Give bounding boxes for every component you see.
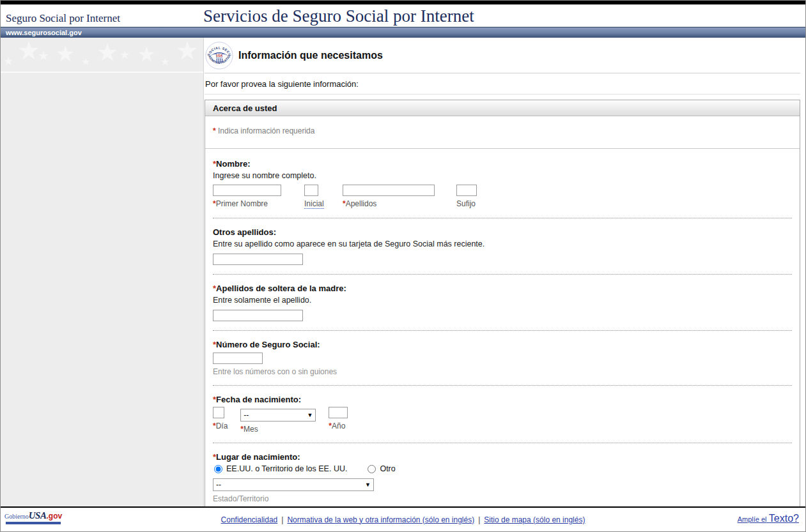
month-selected-value: -- bbox=[244, 411, 249, 420]
enlarge-text-suffix: Texto? bbox=[769, 513, 799, 524]
mother-maiden-help: Entre solamente el apellido. bbox=[213, 296, 792, 305]
birthplace-us-radio[interactable] bbox=[214, 465, 222, 473]
state-caption: Estado/Territorio bbox=[213, 494, 792, 503]
gov-logo-tagline bbox=[6, 522, 61, 524]
year-caption: *Año bbox=[329, 422, 348, 430]
fields-container: *Nombre: Ingrese su nombre completo. *Pr… bbox=[205, 149, 800, 513]
suffix-input[interactable] bbox=[456, 185, 477, 196]
mother-maiden-block: *Apellidos de soltera de la madre: Entre… bbox=[213, 282, 792, 325]
state-selected-value: -- bbox=[216, 480, 221, 489]
day-caption: *Día bbox=[213, 422, 228, 430]
footer: GobiernoUSA.gov Confidencialidad|Normati… bbox=[1, 508, 805, 531]
mother-maiden-label: *Apellidos de soltera de la madre: bbox=[213, 284, 792, 293]
page-header: SOCIAL SECURITY ADMINISTRATION USA Infor… bbox=[205, 38, 800, 73]
initial-group: Inicial bbox=[304, 185, 331, 209]
name-help: Ingrese su nombre completo. bbox=[213, 171, 792, 180]
first-name-caption: *Primer Nombre bbox=[213, 199, 293, 208]
other-lastname-label: Otros apellidos: bbox=[213, 227, 792, 237]
enlarge-text-prefix: Amplíe el bbox=[738, 515, 767, 523]
gobierno-usa-logo[interactable]: GobiernoUSA.gov bbox=[4, 511, 62, 524]
initial-input[interactable] bbox=[304, 185, 318, 196]
divider bbox=[213, 274, 792, 275]
ssn-input[interactable] bbox=[213, 353, 263, 364]
birthplace-us-label[interactable]: EE.UU. o Territorio de los EE. UU. bbox=[226, 464, 347, 473]
suffix-group: Sufijo bbox=[456, 185, 477, 208]
gov-logo-part3: .gov bbox=[46, 512, 62, 521]
browser-page: Seguro Social por Internet Servicios de … bbox=[0, 0, 806, 532]
ssa-seal-icon: SOCIAL SECURITY ADMINISTRATION USA bbox=[205, 42, 233, 70]
name-label: *Nombre: bbox=[213, 159, 792, 169]
month-select[interactable]: -- ▼ bbox=[240, 409, 316, 422]
chevron-down-icon: ▼ bbox=[307, 412, 313, 418]
content-area: ★ ★ ★ ★ ★ ★ ★ ★ ★ ★ bbox=[1, 38, 805, 506]
ssn-label: *Número de Seguro Social: bbox=[213, 340, 792, 349]
ssn-block: *Número de Seguro Social: Entre los núme… bbox=[213, 338, 792, 380]
month-group: -- ▼ *Mes bbox=[240, 407, 316, 434]
url-bar: www.segurosocial.gov bbox=[1, 27, 805, 38]
other-lastname-block: Otros apellidos: Entre su apellido como … bbox=[213, 226, 792, 269]
intro-text: Por favor provea la siguiente informació… bbox=[205, 73, 800, 95]
other-lastname-help: Entre su apellido como aparece en su tar… bbox=[213, 239, 792, 248]
page-main-title: Servicios de Seguro Social por Internet bbox=[203, 6, 474, 26]
month-caption: *Mes bbox=[240, 425, 316, 434]
day-group: *Día bbox=[213, 407, 228, 430]
day-input[interactable] bbox=[213, 407, 224, 418]
name-block: *Nombre: Ingrese su nombre completo. *Pr… bbox=[213, 158, 792, 213]
initial-tooltip-link[interactable]: Inicial bbox=[304, 199, 324, 209]
about-you-section: Acerca de usted * Indica información req… bbox=[205, 100, 800, 514]
privacy-link[interactable]: Confidencialidad bbox=[221, 515, 278, 524]
page-title: Información que necesitamos bbox=[238, 50, 383, 61]
sidebar: ★ ★ ★ ★ ★ ★ ★ ★ ★ ★ bbox=[1, 38, 204, 506]
required-note: * Indica información requerida bbox=[205, 116, 800, 149]
mother-maiden-input[interactable] bbox=[213, 310, 303, 321]
suffix-caption: Sufijo bbox=[456, 199, 477, 208]
footer-links: Confidencialidad|Normativa de la web y o… bbox=[1, 515, 805, 524]
main-content: SOCIAL SECURITY ADMINISTRATION USA Infor… bbox=[204, 38, 805, 506]
state-territory-select[interactable]: -- ▼ bbox=[213, 478, 374, 491]
gov-logo-part2: USA bbox=[29, 510, 47, 521]
link-separator: | bbox=[478, 515, 480, 524]
divider bbox=[213, 330, 792, 331]
birthplace-other-radio[interactable] bbox=[368, 465, 376, 473]
year-group: *Año bbox=[329, 407, 348, 430]
masthead: Seguro Social por Internet Servicios de … bbox=[1, 4, 805, 27]
last-name-input[interactable] bbox=[343, 185, 435, 196]
link-separator: | bbox=[281, 515, 283, 524]
site-title: Seguro Social por Internet bbox=[6, 12, 120, 25]
last-name-group: *Apellidos bbox=[343, 185, 445, 208]
required-asterisk: * bbox=[213, 126, 216, 135]
divider bbox=[213, 218, 792, 218]
first-name-input[interactable] bbox=[213, 185, 281, 196]
divider bbox=[213, 385, 792, 386]
other-lastname-input[interactable] bbox=[213, 254, 303, 265]
birth-date-label: *Fecha de nacimiento: bbox=[213, 395, 792, 404]
svg-text:USA: USA bbox=[216, 54, 222, 57]
birth-date-block: *Fecha de nacimiento: *Día -- ▼ bbox=[213, 393, 792, 437]
sitemap-link[interactable]: Sitio de mapa (sólo en inglés) bbox=[484, 515, 585, 524]
gov-logo-part1: Gobierno bbox=[4, 513, 29, 520]
birth-place-label: *Lugar de nacimiento: bbox=[213, 452, 792, 462]
birthplace-other-label[interactable]: Otro bbox=[380, 464, 395, 473]
required-note-text: Indica información requerida bbox=[218, 126, 314, 135]
chevron-down-icon: ▼ bbox=[365, 482, 371, 488]
first-name-group: *Primer Nombre bbox=[213, 185, 293, 208]
year-input[interactable] bbox=[329, 407, 348, 418]
stars-decoration: ★ ★ ★ ★ ★ ★ ★ ★ ★ ★ bbox=[1, 38, 203, 73]
birth-place-block: *Lugar de nacimiento: EE.UU. o Territori… bbox=[213, 451, 792, 507]
enlarge-text-link[interactable]: Amplíe el Texto? bbox=[738, 513, 799, 524]
section-header: Acerca de usted bbox=[205, 100, 800, 116]
web-policies-link[interactable]: Normativa de la web y otra información (… bbox=[287, 515, 474, 524]
divider bbox=[213, 443, 792, 443]
ssn-help: Entre los números con o sin guiones bbox=[213, 367, 792, 376]
last-name-caption: *Apellidos bbox=[343, 199, 445, 208]
